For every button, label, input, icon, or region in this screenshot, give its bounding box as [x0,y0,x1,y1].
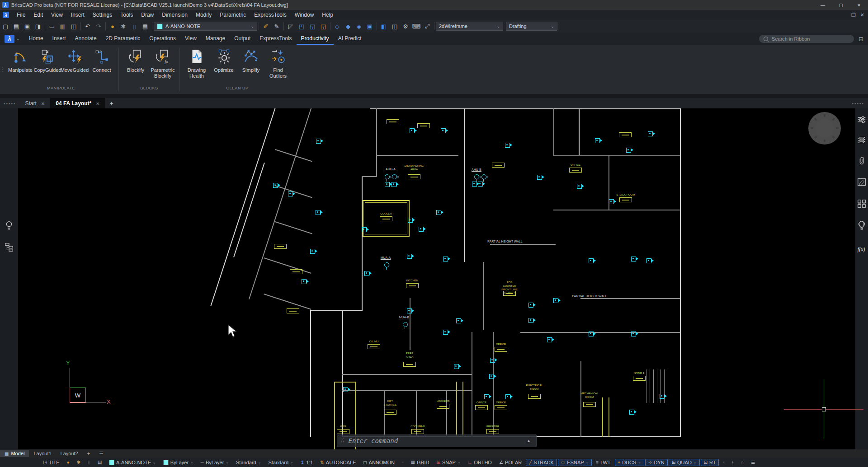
ribbon-tab-insert[interactable]: Insert [48,33,71,45]
panel-layers-icon[interactable] [857,135,867,145]
chevron-down-icon[interactable]: ⌄ [16,37,20,41]
toolbar-print-preview-icon[interactable]: ▭ [47,21,57,31]
menu-insert[interactable]: Insert [67,10,89,19]
status-statusbar-config[interactable]: ☰ [748,459,758,466]
close-document-icon[interactable]: ✕ [860,12,864,18]
status-annotation-scale[interactable]: ↥1:1 [297,459,316,466]
ribbon-tab-ai-predict[interactable]: AI Predict [334,33,366,45]
panel-properties-sliders-icon[interactable] [857,115,867,125]
status-esnap[interactable]: ▭ESNAP⌄ [558,459,592,466]
toolbar-command-line-panel-icon[interactable]: ⌨ [411,21,422,31]
menu-edit[interactable]: Edit [29,10,47,19]
ribbon-handle[interactable]: ⋮ [0,45,5,94]
status-grid[interactable]: ▦GRID [408,459,433,466]
menu-dimension[interactable]: Dimension [158,10,192,19]
ribbon-config-icon[interactable]: ⊟ [859,36,863,42]
status-ortho[interactable]: ∟ORTHO [465,459,495,466]
close-icon[interactable]: ✕ [96,101,99,106]
ribbon-tab-operations[interactable]: Operations [145,33,180,45]
ribbon-tab-2d-parametric[interactable]: 2D Parametric [101,33,145,45]
status-prev-field[interactable]: ‹ [720,459,727,466]
menu-help[interactable]: Help [318,10,337,19]
status-tile-toggle[interactable]: ◳TILE [40,459,63,466]
toolbar-properties-panel-icon[interactable]: ◧ [378,21,389,31]
toolbar-new-drawing-icon[interactable]: ▢ [0,21,11,31]
ribbon-button-find-outliers[interactable]: Find Outliers [265,47,291,79]
toolbar-settings-gear-icon[interactable]: ⚙ [400,21,411,31]
status-notifications-bell[interactable]: ∩ [737,459,747,466]
ribbon-tab-home[interactable]: Home [24,33,48,45]
ribbon-tab-manage[interactable]: Manage [201,33,230,45]
status-dim-box[interactable]: ▫ [399,459,407,466]
status-dim-style[interactable]: Standard⌄ [265,459,296,466]
minimize-button[interactable]: — [814,0,832,10]
visual-style-dropdown[interactable]: 2dWireframe⌄ [436,22,503,31]
ribbon-tab-expresstools[interactable]: ExpressTools [255,33,296,45]
close-icon[interactable]: ✕ [41,101,45,106]
toolbar-plot-icon[interactable]: ▥ [57,21,68,31]
tab-overflow-dots-right[interactable]: ••••• [852,101,864,106]
panel-tips-bulb-icon[interactable] [4,220,14,230]
status-dyn[interactable]: ⊹DYN [645,459,668,466]
toolbar-select-add-icon[interactable]: ◲ [318,21,329,31]
toolbar-layer-print-icon[interactable]: ▤ [140,21,151,31]
menu-modify[interactable]: Modify [192,10,216,19]
ribbon-button-copyguided[interactable]: CopyGuided [34,47,61,73]
command-bar-grip[interactable]: ⁙⁙ [341,438,345,444]
panel-components-grid-icon[interactable] [857,199,867,209]
layout-tab-layout2[interactable]: Layout2 [56,450,83,457]
ribbon-button-simplify[interactable]: Simplify [238,47,264,73]
menu-tools[interactable]: Tools [116,10,137,19]
status-ducs[interactable]: ⌖DUCS⌄ [615,459,645,466]
toolbar-undo-icon[interactable]: ↶ [82,21,93,31]
toolbar-save-icon[interactable]: ▣ [22,21,33,31]
ribbon-button-drawing-health[interactable]: Drawing Health [184,47,210,79]
drawing-canvas[interactable]: f(x) AHU-ADISHWASHING AREAAHU-BOFFICESTO… [0,108,868,449]
toolbar-view-shaded-cube-icon[interactable]: ◆ [343,21,354,31]
status-snap[interactable]: ⊞SNAP⌄ [434,459,464,466]
new-document-tab-button[interactable]: + [105,99,118,108]
document-tab-04-fa-layout-[interactable]: 04 FA Layout*✕ [50,98,105,109]
toolbar-save-as-icon[interactable]: ◨ [33,21,43,31]
menu-draw[interactable]: Draw [137,10,158,19]
toolbar-view-wireframe-cube-icon[interactable]: ◇ [332,21,343,31]
toolbar-sheets-panel-icon[interactable]: ◫ [389,21,400,31]
panel-hotair-balloon-icon[interactable] [857,220,867,230]
panel-attachments-paperclip-icon[interactable] [857,156,867,166]
layout-tab-model[interactable]: ▦Model [0,450,29,457]
ribbon-button-optimize[interactable]: Optimize [211,47,237,73]
status-lwt[interactable]: ≡LWT [593,459,613,466]
tab-overflow-dots-left[interactable]: ••••• [4,101,16,106]
layout-tab-layout1[interactable]: Layout1 [29,450,56,457]
ribbon-tab-output[interactable]: Output [230,33,255,45]
document-tab-start[interactable]: Start✕ [20,98,51,109]
view-compass[interactable] [806,110,843,147]
toolbar-select-previous-icon[interactable]: ◱ [307,21,318,31]
ribbon-button-parametric-blockify[interactable]: fxParametric Blockify [150,47,176,79]
toolbar-fullscreen-icon[interactable]: ⤢ [422,21,433,31]
layout-list-icon[interactable]: ☰ [94,450,108,458]
workspace-dropdown[interactable]: Drafting⌄ [506,22,557,31]
toolbar-layer-lock-icon[interactable]: ▯ [129,21,140,31]
toolbar-publish-icon[interactable]: ◫ [68,21,79,31]
ribbon-button-blockify[interactable]: Blockify [123,47,149,73]
toolbar-match-properties-icon[interactable]: ✎ [271,21,282,31]
toolbar-select-window-icon[interactable]: ◰ [296,21,307,31]
status-layer-print-toggle[interactable]: ▤ [94,459,105,466]
toolbar-match-brush-icon[interactable]: ✐ [260,21,271,31]
menu-parametric[interactable]: Parametric [216,10,250,19]
status-layer-on-toggle[interactable]: ● [64,459,73,466]
status-current-color[interactable]: ByLayer⌄ [160,459,197,466]
new-layout-button[interactable]: + [83,450,94,457]
menu-view[interactable]: View [47,10,67,19]
toolbar-layer-freeze-icon[interactable]: ✱ [118,21,129,31]
menu-expresstools[interactable]: ExpressTools [250,10,290,19]
status-annomon[interactable]: ◻ANNOMON [360,459,398,466]
toolbar-redo-icon[interactable]: ↷ [93,21,104,31]
status-strack[interactable]: ╱STRACK [526,459,557,466]
toolbar-view-render-icon[interactable]: ◈ [354,21,364,31]
status-polar[interactable]: ∠POLAR [496,459,525,466]
panel-structure-tree-icon[interactable] [4,242,14,252]
status-quad[interactable]: ⊞QUAD⌄ [669,459,700,466]
ribbon-search[interactable]: Search in Ribbon [759,35,854,43]
